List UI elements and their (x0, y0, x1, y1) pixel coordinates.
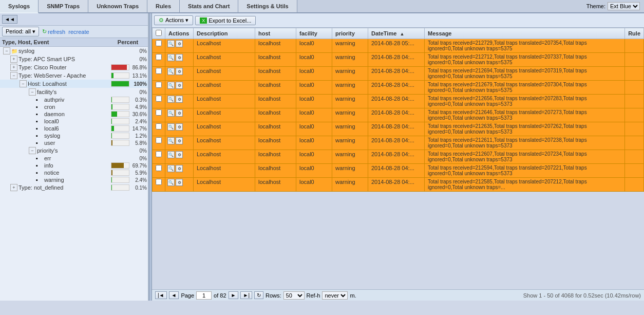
col-header-priority[interactable]: priority (332, 28, 368, 39)
col-header-host[interactable]: host (255, 28, 296, 39)
export-excel-button[interactable]: X Export to Excel... (195, 16, 256, 25)
row-checkbox-8[interactable] (156, 151, 162, 157)
first-page-button[interactable]: |◄ (155, 291, 167, 299)
row-gear-icon-3[interactable]: ⚙ (176, 82, 183, 89)
refresh-table-button[interactable]: ↻ (254, 291, 263, 299)
rows-select[interactable]: 50 25 100 (283, 291, 305, 300)
row-search-icon-2[interactable]: 🔍 (167, 68, 175, 75)
tree-item-notice[interactable]: ▪ notice 5.9% (0, 169, 148, 176)
col-header-datetime[interactable]: DateTime ▲ (368, 28, 425, 39)
row-search-icon-1[interactable]: 🔍 (167, 54, 175, 61)
row-checkbox-10[interactable] (156, 179, 162, 185)
expand-icon-syslog[interactable]: − (3, 47, 10, 54)
tree-item-authpriv[interactable]: ▪ authpriv 0.3% (0, 96, 148, 103)
tree-item-not-defined[interactable]: + Type: not_defined 0.1% (0, 183, 148, 192)
tree-item-syslog2[interactable]: ▪ syslog 1.2% (0, 132, 148, 139)
row-rule-4 (625, 95, 644, 108)
table-wrapper[interactable]: Actions Description host facility priori… (152, 28, 644, 289)
tree-item-apc[interactable]: + Type: APC Smart UPS 0% (0, 55, 148, 63)
row-search-icon-5[interactable]: 🔍 (167, 109, 175, 117)
tree-item-info[interactable]: ▪ info 69.7% (0, 162, 148, 169)
tree-item-webserver[interactable]: − Type: WebServer - Apache 13.1% (0, 71, 148, 80)
row-checkbox-0[interactable] (156, 40, 162, 46)
folder-icon-syslog: 📁 (11, 48, 17, 54)
row-checkbox-2[interactable] (156, 68, 162, 74)
tree-item-local6[interactable]: ▪ local6 14.7% (0, 125, 148, 132)
theme-select[interactable]: Ext Blue (608, 2, 640, 10)
row-gear-icon-1[interactable]: ⚙ (176, 54, 183, 61)
tree-item-cisco[interactable]: + Type: Cisco Router 86.8% (0, 63, 148, 71)
tab-snmp-traps[interactable]: SNMP Traps (39, 0, 88, 12)
row-search-icon-0[interactable]: 🔍 (167, 40, 175, 47)
actions-button[interactable]: ⚙ Actions ▾ (154, 15, 193, 25)
col-header-actions[interactable]: Actions (165, 28, 194, 39)
row-checkbox-1[interactable] (156, 54, 162, 60)
tree-item-daemon[interactable]: ▪ daemon 30.6% (0, 110, 148, 118)
col-header-message[interactable]: Message (425, 28, 625, 39)
row-checkbox-6[interactable] (156, 123, 162, 129)
tree-label-local0: local0 (44, 118, 111, 124)
refresh-button[interactable]: ↻ refresh (42, 28, 65, 35)
expand-icon-prioritys[interactable]: − (29, 147, 36, 154)
expand-icon-facilitys[interactable]: − (29, 88, 36, 96)
tree-item-host-localhost[interactable]: − Host: Localhost 100% (0, 80, 148, 88)
refh-select[interactable]: never 30 60 (322, 291, 348, 300)
tree-item-err[interactable]: ▪ err 0% (0, 155, 148, 162)
tab-unknown-traps[interactable]: Unknown Traps (88, 0, 147, 12)
row-checkbox-7[interactable] (156, 137, 162, 143)
tab-settings-utils[interactable]: Settings & Utils (238, 0, 297, 12)
period-button[interactable]: Period: all ▾ (2, 27, 39, 36)
row-gear-icon-4[interactable]: ⚙ (176, 96, 183, 103)
row-datetime-1: 2014-08-28 04:... (368, 53, 425, 67)
row-datetime-9: 2014-08-28 04:... (368, 164, 425, 178)
tree-item-cron[interactable]: ▪ cron 4.9% (0, 103, 148, 110)
row-search-icon-4[interactable]: 🔍 (167, 96, 175, 103)
expand-icon-apc[interactable]: + (10, 55, 17, 63)
col-header-facility[interactable]: facility (296, 28, 332, 39)
row-search-icon-9[interactable]: 🔍 (167, 165, 175, 172)
col-header-description[interactable]: Description (194, 28, 255, 39)
row-gear-icon-9[interactable]: ⚙ (176, 165, 183, 172)
row-gear-icon-8[interactable]: ⚙ (176, 151, 183, 158)
tab-stats-chart[interactable]: Stats and Chart (180, 0, 238, 12)
row-checkbox-5[interactable] (156, 109, 162, 116)
row-gear-icon-7[interactable]: ⚙ (176, 137, 183, 144)
last-page-button[interactable]: ►| (240, 291, 252, 299)
recreate-button[interactable]: recreate (68, 29, 89, 35)
select-all-checkbox[interactable] (156, 30, 162, 36)
expand-icon-not-defined[interactable]: + (10, 184, 17, 191)
page-input[interactable] (196, 291, 212, 300)
row-checkbox-4[interactable] (156, 96, 162, 102)
row-gear-icon-5[interactable]: ⚙ (176, 109, 183, 117)
row-gear-icon-10[interactable]: ⚙ (176, 179, 183, 186)
leaf-syslog2: ▪ (36, 133, 43, 139)
prev-page-button[interactable]: ◄ (169, 291, 179, 299)
col-header-rule[interactable]: Rule (625, 28, 644, 39)
row-search-icon-3[interactable]: 🔍 (167, 82, 175, 89)
tree-item-prioritys[interactable]: − priority's 0% (0, 146, 148, 155)
expand-icon-cisco[interactable]: + (10, 64, 17, 71)
collapse-button[interactable]: ◄◄ (2, 15, 17, 24)
tree-percent-webserver: 13.1% (130, 73, 147, 79)
row-search-icon-10[interactable]: 🔍 (167, 179, 175, 186)
left-header-type-label: Type, Host, Event (2, 39, 110, 45)
next-page-button[interactable]: ► (229, 291, 239, 299)
expand-icon-localhost[interactable]: − (20, 80, 27, 87)
tree-item-local0[interactable]: ▪ local0 2.4% (0, 118, 148, 125)
row-search-icon-6[interactable]: 🔍 (167, 123, 175, 131)
row-search-icon-8[interactable]: 🔍 (167, 151, 175, 158)
row-checkbox-3[interactable] (156, 82, 162, 88)
expand-icon-webserver[interactable]: − (10, 72, 17, 79)
tree-item-facilitys[interactable]: − facility's 0% (0, 88, 148, 96)
row-gear-icon-2[interactable]: ⚙ (176, 68, 183, 75)
tree-item-syslog[interactable]: − 📁 syslog 0% (0, 47, 148, 55)
tab-rules[interactable]: Rules (147, 0, 180, 12)
tab-syslogs[interactable]: Syslogs (0, 0, 39, 13)
tree-item-warning[interactable]: ▪ warning 2.4% (0, 176, 148, 183)
row-gear-icon-0[interactable]: ⚙ (176, 40, 183, 47)
tree-item-user[interactable]: ▪ user 5.8% (0, 139, 148, 146)
row-gear-icon-6[interactable]: ⚙ (176, 123, 183, 131)
col-header-checkbox[interactable] (153, 28, 165, 39)
row-search-icon-7[interactable]: 🔍 (167, 137, 175, 144)
row-checkbox-9[interactable] (156, 165, 162, 171)
